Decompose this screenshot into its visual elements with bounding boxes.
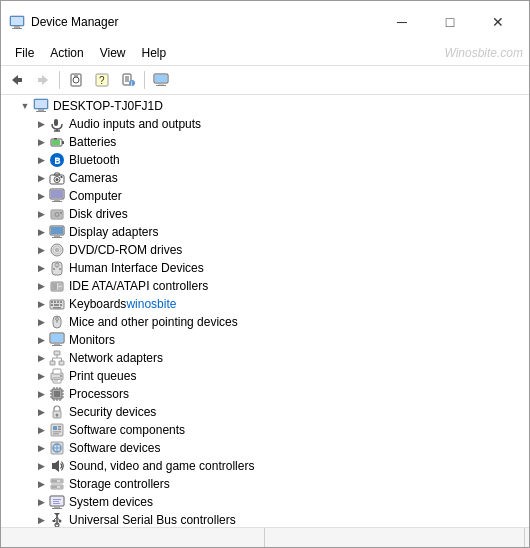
tree-item-softcomp[interactable]: ▶ Software components: [1, 421, 529, 439]
mice-label: Mice and other pointing devices: [69, 315, 238, 329]
help-button[interactable]: ?: [90, 69, 114, 91]
root-expand-icon[interactable]: ▼: [17, 98, 33, 114]
svg-rect-115: [53, 426, 57, 430]
cameras-icon: [49, 170, 65, 186]
tree-item-monitors[interactable]: ▶ Monitors: [1, 331, 529, 349]
security-expand-icon[interactable]: ▶: [33, 404, 49, 420]
tree-item-system[interactable]: ▶ System devices: [1, 493, 529, 511]
tree-item-storage[interactable]: ▶ Storage controllers: [1, 475, 529, 493]
processors-icon: [49, 386, 65, 402]
system-label: System devices: [69, 495, 153, 509]
maximize-button[interactable]: □: [427, 7, 473, 37]
tree-item-computer[interactable]: ▶ Computer: [1, 187, 529, 205]
status-panel-right: [265, 528, 525, 547]
sound-expand-icon[interactable]: ▶: [33, 458, 49, 474]
properties2-button[interactable]: i: [116, 69, 140, 91]
tree-item-batteries[interactable]: ▶ Batteries: [1, 133, 529, 151]
ide-expand-icon[interactable]: ▶: [33, 278, 49, 294]
svg-rect-27: [54, 119, 58, 126]
audio-expand-icon[interactable]: ▶: [33, 116, 49, 132]
processors-expand-icon[interactable]: ▶: [33, 386, 49, 402]
cameras-expand-icon[interactable]: ▶: [33, 170, 49, 186]
network-icon: [49, 350, 65, 366]
computer-expand-icon[interactable]: ▶: [33, 188, 49, 204]
dvd-icon: [49, 242, 65, 258]
svg-rect-26: [36, 111, 46, 112]
tree-item-dvd[interactable]: ▶ DVD/CD-ROM drives: [1, 241, 529, 259]
tree-item-ide[interactable]: ▶ IDE ATA/ATAPI controllers: [1, 277, 529, 295]
hid-icon: [49, 260, 65, 276]
menu-help[interactable]: Help: [134, 43, 175, 63]
print-label: Print queues: [69, 369, 136, 383]
monitors-expand-icon[interactable]: ▶: [33, 332, 49, 348]
tree-item-print[interactable]: ▶ Print queues: [1, 367, 529, 385]
tree-item-display[interactable]: ▶ Display adapters: [1, 223, 529, 241]
dvd-expand-icon[interactable]: ▶: [33, 242, 49, 258]
tree-item-audio[interactable]: ▶ Audio inputs and outputs: [1, 115, 529, 133]
tree-item-processors[interactable]: ▶ Proces: [1, 385, 529, 403]
svg-point-48: [56, 214, 58, 216]
properties-button[interactable]: [64, 69, 88, 91]
disk-expand-icon[interactable]: ▶: [33, 206, 49, 222]
hid-expand-icon[interactable]: ▶: [33, 260, 49, 276]
usb-expand-icon[interactable]: ▶: [33, 512, 49, 527]
monitor-button[interactable]: [149, 69, 173, 91]
tree-item-mice[interactable]: ▶ Mice and other pointing devices: [1, 313, 529, 331]
close-button[interactable]: ✕: [475, 7, 521, 37]
tree-item-sound[interactable]: ▶ Sound, video and game controllers: [1, 457, 529, 475]
softcomp-label: Software components: [69, 423, 185, 437]
softcomp-expand-icon[interactable]: ▶: [33, 422, 49, 438]
storage-expand-icon[interactable]: ▶: [33, 476, 49, 492]
usb-icon: [49, 512, 65, 527]
keyboards-expand-icon[interactable]: ▶: [33, 296, 49, 312]
print-expand-icon[interactable]: ▶: [33, 368, 49, 384]
svg-text:?: ?: [99, 75, 105, 86]
tree-item-softdev[interactable]: ▶ Software devices: [1, 439, 529, 457]
svg-marker-139: [54, 513, 60, 516]
softdev-icon: [49, 440, 65, 456]
svg-rect-119: [53, 433, 59, 435]
softdev-expand-icon[interactable]: ▶: [33, 440, 49, 456]
tree-item-usb[interactable]: ▶ Universal Serial Bus controllers: [1, 511, 529, 527]
svg-rect-137: [53, 503, 60, 504]
computer-icon: [49, 188, 65, 204]
forward-button[interactable]: [31, 69, 55, 91]
network-expand-icon[interactable]: ▶: [33, 350, 49, 366]
batteries-label: Batteries: [69, 135, 116, 149]
menu-file[interactable]: File: [7, 43, 42, 63]
storage-icon: [49, 476, 65, 492]
menu-view[interactable]: View: [92, 43, 134, 63]
svg-rect-116: [58, 426, 61, 428]
svg-point-62: [59, 268, 61, 270]
bluetooth-expand-icon[interactable]: ▶: [33, 152, 49, 168]
sound-icon: [49, 458, 65, 474]
toolbar: ? i: [1, 66, 529, 95]
title-controls: ─ □ ✕: [379, 7, 521, 37]
tree-root[interactable]: ▼ DESKTOP-TJ0FJ1D: [1, 97, 529, 115]
system-expand-icon[interactable]: ▶: [33, 494, 49, 510]
svg-rect-31: [62, 141, 64, 144]
tree-item-hid[interactable]: ▶ Human Interface Devices: [1, 259, 529, 277]
display-expand-icon[interactable]: ▶: [33, 224, 49, 240]
minimize-button[interactable]: ─: [379, 7, 425, 37]
tree-item-network[interactable]: ▶ Network adapters: [1, 349, 529, 367]
svg-rect-129: [52, 480, 57, 482]
batteries-expand-icon[interactable]: ▶: [33, 134, 49, 150]
back-button[interactable]: [5, 69, 29, 91]
tree-item-security[interactable]: ▶ Security devices: [1, 403, 529, 421]
disk-icon: [49, 206, 65, 222]
keyboards-icon: [49, 296, 65, 312]
svg-rect-94: [54, 379, 60, 380]
tree-item-disk[interactable]: ▶ Disk drives: [1, 205, 529, 223]
tree-item-keyboards[interactable]: ▶ Keyboardswinosbite: [1, 295, 529, 313]
tree-item-cameras[interactable]: ▶ Cameras: [1, 169, 529, 187]
tree-item-bluetooth[interactable]: ▶ ʙ Bluetooth: [1, 151, 529, 169]
svg-point-38: [56, 178, 59, 181]
tree-view[interactable]: ▼ DESKTOP-TJ0FJ1D ▶: [1, 95, 529, 527]
status-bar: [1, 527, 529, 547]
mice-expand-icon[interactable]: ▶: [33, 314, 49, 330]
print-icon: [49, 368, 65, 384]
menu-action[interactable]: Action: [42, 43, 91, 63]
svg-rect-82: [54, 343, 60, 345]
security-icon: [49, 404, 65, 420]
